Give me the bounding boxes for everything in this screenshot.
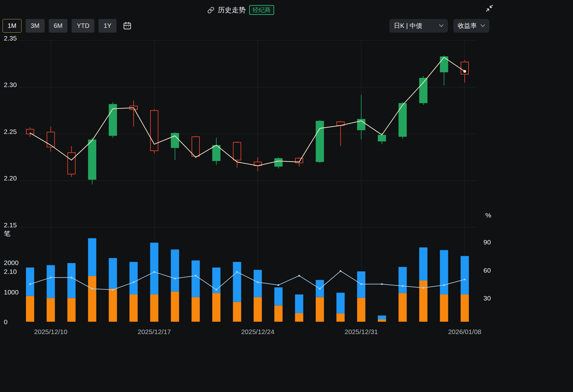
svg-text:1000: 1000 (4, 288, 19, 296)
kline-source-value: 日K | 中债 (394, 22, 422, 30)
calendar-button[interactable] (123, 21, 132, 31)
svg-text:2.30: 2.30 (4, 81, 17, 88)
svg-text:2025/12/31: 2025/12/31 (345, 328, 378, 335)
calendar-icon (123, 21, 132, 30)
chart-options: 日K | 中债 收益率 (389, 19, 489, 33)
svg-text:0: 0 (4, 318, 8, 326)
svg-text:2.10: 2.10 (4, 268, 17, 275)
collapse-icon[interactable] (485, 4, 494, 13)
candlestick-volume-chart[interactable]: 2.352.302.252.202.152.10010002000笔306090… (0, 0, 573, 392)
svg-text:2025/12/17: 2025/12/17 (138, 328, 171, 335)
candlesticks (26, 55, 469, 184)
svg-text:%: % (485, 212, 491, 219)
kline-source-select[interactable]: 日K | 中债 (389, 19, 448, 33)
svg-text:2.20: 2.20 (4, 174, 17, 182)
metric-value: 收益率 (458, 22, 477, 30)
panel-header: 历史走势 经纪商 (207, 5, 274, 15)
grid-lines (19, 41, 476, 322)
svg-text:2.35: 2.35 (4, 35, 17, 42)
svg-text:笔: 笔 (4, 230, 10, 237)
range-button-3m[interactable]: 3M (26, 19, 45, 33)
svg-text:60: 60 (483, 267, 491, 274)
svg-text:30: 30 (483, 294, 491, 302)
link-icon (207, 7, 214, 14)
volume-bars (26, 238, 469, 322)
range-button-6m[interactable]: 6M (49, 19, 68, 33)
range-buttons: 1M3M6MYTD1Y (3, 19, 116, 33)
chevron-down-icon (481, 24, 485, 27)
svg-text:2.25: 2.25 (4, 128, 17, 135)
range-button-1m[interactable]: 1M (3, 19, 22, 33)
svg-text:90: 90 (483, 238, 491, 246)
range-button-1y[interactable]: 1Y (98, 19, 116, 33)
broker-badge[interactable]: 经纪商 (249, 5, 274, 15)
svg-text:2026/01/08: 2026/01/08 (448, 328, 481, 335)
panel-title: 历史走势 (218, 5, 246, 15)
svg-text:2025/12/24: 2025/12/24 (241, 328, 274, 335)
metric-select[interactable]: 收益率 (453, 19, 489, 33)
svg-text:2000: 2000 (4, 259, 19, 266)
chevron-down-icon (439, 24, 444, 27)
range-button-ytd[interactable]: YTD (72, 19, 94, 33)
svg-text:2025/12/10: 2025/12/10 (34, 328, 67, 335)
history-trend-panel: { "header": { "title": "历史走势", "badge": … (0, 0, 573, 392)
svg-text:2.15: 2.15 (4, 221, 17, 229)
range-toolbar: 1M3M6MYTD1Y (3, 19, 132, 33)
axis-labels: 2.352.302.252.202.152.10010002000笔306090… (4, 35, 491, 335)
